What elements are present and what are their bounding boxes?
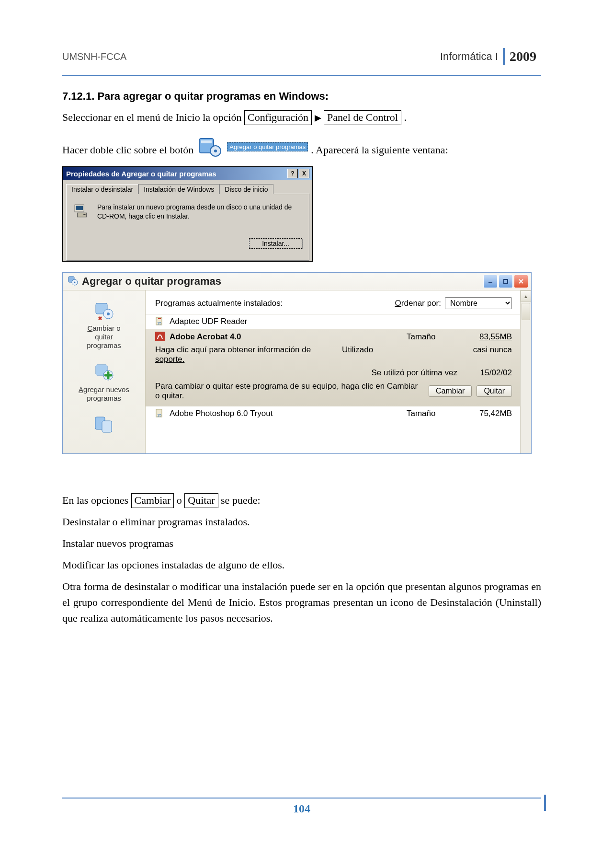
xp-maximize-button[interactable] <box>499 275 513 288</box>
change-remove-text: Para cambiar o quitar este programa de s… <box>155 382 424 401</box>
paragraph-2-row: Hacer doble clic sobre el botón Agregar … <box>62 136 541 158</box>
svg-rect-8 <box>83 214 85 215</box>
acrobat-icon <box>155 332 166 342</box>
svg-rect-6 <box>76 206 83 210</box>
last-used-label: Se utilizó por última vez <box>155 368 464 378</box>
install-icon <box>73 203 90 219</box>
xp-sort-select[interactable]: Nombre <box>445 297 512 309</box>
xp-side-add-new[interactable]: Agregar nuevosprogramas <box>63 357 145 409</box>
paragraph-options: En las opciones Cambiar o Quitar se pued… <box>62 492 541 508</box>
svg-rect-20 <box>102 421 112 432</box>
win98-help-button[interactable]: ? <box>287 169 298 178</box>
section-title: 7.12.1. Para agregar o quitar programas … <box>62 90 541 103</box>
paragraph-modify: Modificar las opciones instaladas de alg… <box>62 557 541 573</box>
size-label: Tamaño <box>407 409 464 418</box>
xp-minimize-button[interactable] <box>483 275 498 288</box>
add-new-icon <box>65 359 143 384</box>
size-value: 75,42MB <box>464 409 512 418</box>
para2-post: . Aparecerá la siguiente ventana: <box>311 142 448 158</box>
paragraph-1: Seleccionar en el menú de Inicio la opci… <box>62 109 541 126</box>
xp-titlebar[interactable]: Agregar o quitar programas <box>63 273 531 290</box>
win98-titlebar[interactable]: Propiedades de Agregar o quitar programa… <box>63 167 312 180</box>
xp-app-icon <box>68 275 78 288</box>
paragraph-uninstall: Desinstalar o eliminar programas instala… <box>62 514 541 530</box>
change-button[interactable]: Cambiar <box>429 385 472 397</box>
win98-panel: Para instalar un nuevo programa desde un… <box>66 194 309 261</box>
xp-program-list: 15 Adaptec UDF Reader Adobe Acrobat 4.0 … <box>146 314 531 421</box>
svg-point-11 <box>74 282 76 283</box>
xp-sidebar: Cambiar oquitarprogramas Agregar nuevosp… <box>63 290 146 453</box>
program-name: Adaptec UDF Reader <box>170 317 512 326</box>
page-number: 104 <box>62 802 541 815</box>
para2-pre: Hacer doble clic sobre el botón <box>62 142 193 158</box>
xp-side-change-remove[interactable]: Cambiar oquitarprogramas <box>63 295 145 357</box>
box-panel-control: Panel de Control <box>324 110 401 125</box>
header-course: Informática I <box>440 50 503 63</box>
para1-pre: Seleccionar en el menú de Inicio la opci… <box>62 111 244 123</box>
support-link[interactable]: Haga clic aquí para obtener información … <box>155 345 337 364</box>
win98-tab-windows-setup[interactable]: Instalación de Windows <box>138 184 219 194</box>
list-item-selected[interactable]: Adobe Acrobat 4.0 Tamaño 83,55MB Haga cl… <box>146 329 531 406</box>
para1-period: . <box>404 111 407 123</box>
svg-rect-12 <box>488 282 492 283</box>
xp-scrollbar[interactable]: ▲ <box>520 290 531 453</box>
xp-main: Programas actualmente instalados: Ordena… <box>146 290 531 453</box>
xp-side-add-label: Agregar nuevosprogramas <box>79 385 129 402</box>
used-label: Utilizado <box>337 345 464 364</box>
svg-rect-13 <box>504 279 508 283</box>
svg-rect-24 <box>155 332 165 341</box>
size-label: Tamaño <box>407 332 464 342</box>
scroll-thumb[interactable] <box>522 303 530 320</box>
list-item[interactable]: 15 Adobe Photoshop 6.0 Tryout Tamaño 75,… <box>146 406 531 421</box>
after1-post: se puede: <box>221 494 260 506</box>
win98-title-text: Propiedades de Agregar o quitar programa… <box>66 170 216 178</box>
win98-tabs: Instalar o desinstalar Instalación de Wi… <box>63 180 312 194</box>
svg-rect-2 <box>201 140 212 143</box>
program-icon: 15 <box>155 408 166 419</box>
box-cd-icon <box>196 136 223 158</box>
after1-pre: En las opciones <box>62 494 131 506</box>
program-icon: 15 <box>155 316 166 327</box>
paragraph-alternative: Otra forma de desinstalar o modificar un… <box>62 579 541 626</box>
svg-text:15: 15 <box>157 321 161 325</box>
windows-components-icon <box>65 412 143 437</box>
xp-title-text: Agregar o quitar programas <box>82 275 221 288</box>
size-value: 83,55MB <box>464 332 512 342</box>
paragraph-install-new: Instalar nuevos programas <box>62 535 541 551</box>
win98-close-button[interactable]: X <box>299 169 309 178</box>
win98-tab-startup-disk[interactable]: Disco de inicio <box>219 184 273 194</box>
program-name: Adobe Photoshop 6.0 Tryout <box>170 409 407 418</box>
header-year: 2009 <box>503 48 541 65</box>
box-configuracion: Configuración <box>244 110 312 125</box>
svg-text:15: 15 <box>157 413 161 417</box>
xp-installed-label: Programas actualmente instalados: <box>155 299 283 308</box>
svg-marker-0 <box>315 115 321 122</box>
list-item[interactable]: 15 Adaptec UDF Reader <box>146 314 531 329</box>
xp-side-windows-components[interactable] <box>63 409 145 445</box>
win98-install-button[interactable]: Instalar... <box>249 238 302 249</box>
box-cambiar: Cambiar <box>131 493 174 508</box>
remove-button[interactable]: Quitar <box>477 385 512 397</box>
svg-point-4 <box>214 150 217 152</box>
xp-sort-label: Ordenar por: <box>395 299 441 308</box>
control-panel-button[interactable]: Agregar o quitar programas <box>196 136 308 158</box>
header-left: UMSNH-FCCA <box>62 51 126 62</box>
svg-rect-22 <box>158 318 161 319</box>
used-value: casi nunca <box>464 345 512 364</box>
box-quitar: Quitar <box>184 493 218 508</box>
xp-add-remove-window: Agregar o quitar programas <box>62 272 532 454</box>
page-footer: 104 <box>62 798 541 815</box>
change-remove-icon <box>65 298 143 323</box>
xp-side-change-label: Cambiar oquitarprogramas <box>87 324 121 349</box>
after1-mid: o <box>177 494 185 506</box>
control-panel-tooltip: Agregar o quitar programas <box>227 142 308 151</box>
win98-tab-install[interactable]: Instalar o desinstalar <box>66 184 138 194</box>
last-used-value: 15/02/02 <box>464 368 512 378</box>
page-header: UMSNH-FCCA Informática I 2009 <box>62 48 541 76</box>
win98-properties-dialog: Propiedades de Agregar o quitar programa… <box>62 166 313 262</box>
svg-point-16 <box>107 312 110 315</box>
xp-close-button[interactable] <box>514 275 528 288</box>
win98-panel-text: Para instalar un nuevo programa desde un… <box>97 203 302 221</box>
scroll-up-icon[interactable]: ▲ <box>521 290 531 302</box>
selected-name: Adobe Acrobat 4.0 <box>170 332 407 342</box>
